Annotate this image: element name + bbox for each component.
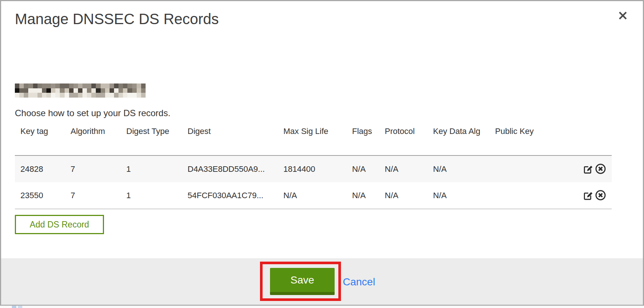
close-icon bbox=[617, 9, 629, 22]
column-header-key-tag: Key tag bbox=[15, 122, 65, 155]
cell-key-data-alg: N/A bbox=[427, 155, 489, 182]
cell-digest-type: 1 bbox=[121, 155, 182, 182]
edit-icon bbox=[582, 190, 593, 201]
add-ds-record-button[interactable]: Add DS Record bbox=[15, 215, 104, 234]
cell-algorithm: 7 bbox=[65, 155, 121, 182]
dnssec-ds-records-screen: Manage DNSSEC DS Records Choose how to s… bbox=[0, 0, 644, 308]
edit-record-button[interactable] bbox=[582, 163, 594, 175]
cancel-link[interactable]: Cancel bbox=[343, 276, 375, 288]
page-title: Manage DNSSEC DS Records bbox=[15, 11, 219, 27]
ds-records-table: Key tag Algorithm Digest Type Digest Max… bbox=[15, 122, 612, 209]
cell-digest-type: 1 bbox=[121, 182, 182, 209]
edit-icon bbox=[582, 163, 593, 174]
column-header-key-data-alg: Key Data Alg bbox=[427, 122, 489, 155]
table-row: 23550 7 1 54FCF030AA1C79... N/A N/A N/A … bbox=[15, 182, 612, 209]
cell-key-tag: 23550 bbox=[15, 182, 65, 209]
edit-record-button[interactable] bbox=[582, 190, 594, 201]
cell-protocol: N/A bbox=[379, 182, 427, 209]
delete-icon bbox=[595, 190, 606, 201]
save-button[interactable]: Save bbox=[270, 268, 335, 295]
cell-flags: N/A bbox=[347, 155, 379, 182]
column-header-protocol: Protocol bbox=[379, 122, 427, 155]
intro-text: Choose how to set up your DS records. bbox=[15, 108, 170, 118]
background-page-fragment bbox=[18, 306, 22, 308]
delete-record-button[interactable] bbox=[595, 163, 606, 175]
delete-icon bbox=[595, 163, 606, 174]
domain-name-redacted bbox=[15, 83, 146, 98]
column-header-actions bbox=[571, 122, 612, 155]
dialog-footer: Save Cancel bbox=[1, 258, 643, 305]
column-header-max-sig-life: Max Sig Life bbox=[278, 122, 347, 155]
table-row: 24828 7 1 D4A33E8DD550A9... 1814400 N/A … bbox=[15, 155, 612, 182]
background-page-strip bbox=[0, 306, 644, 308]
table-header-row: Key tag Algorithm Digest Type Digest Max… bbox=[15, 122, 612, 155]
cell-algorithm: 7 bbox=[65, 182, 121, 209]
cell-digest: D4A33E8DD550A9... bbox=[182, 155, 278, 182]
background-page-fragment bbox=[12, 306, 16, 308]
column-header-algorithm: Algorithm bbox=[65, 122, 121, 155]
column-header-digest-type: Digest Type bbox=[121, 122, 182, 155]
cell-key-data-alg: N/A bbox=[427, 182, 489, 209]
cell-digest: 54FCF030AA1C79... bbox=[182, 182, 278, 209]
cell-public-key bbox=[489, 182, 571, 209]
cell-max-sig-life: N/A bbox=[278, 182, 347, 209]
column-header-flags: Flags bbox=[347, 122, 379, 155]
cell-key-tag: 24828 bbox=[15, 155, 65, 182]
cell-flags: N/A bbox=[347, 182, 379, 209]
close-button[interactable] bbox=[615, 9, 630, 23]
cell-protocol: N/A bbox=[379, 155, 427, 182]
manage-dnssec-modal: Manage DNSSEC DS Records Choose how to s… bbox=[0, 0, 644, 306]
delete-record-button[interactable] bbox=[595, 190, 606, 201]
cell-max-sig-life: 1814400 bbox=[278, 155, 347, 182]
column-header-public-key: Public Key bbox=[489, 122, 571, 155]
column-header-digest: Digest bbox=[182, 122, 278, 155]
cell-public-key bbox=[489, 155, 571, 182]
